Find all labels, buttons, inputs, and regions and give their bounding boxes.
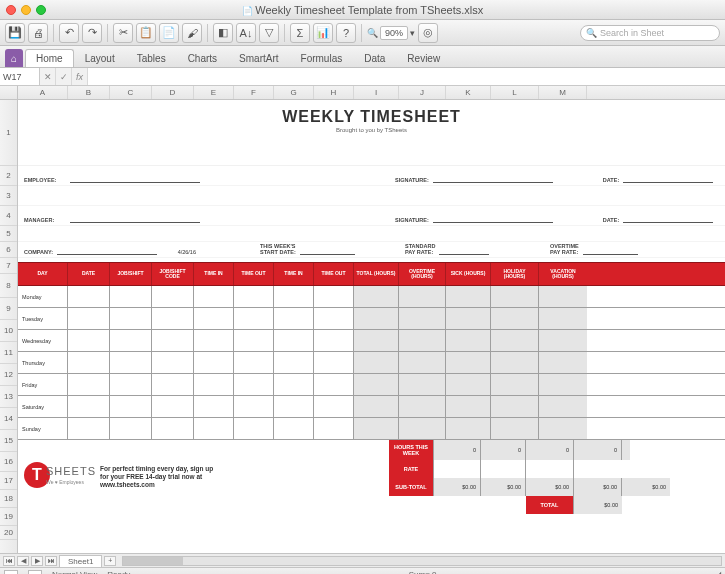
row-3[interactable]: 3: [0, 186, 17, 206]
cell[interactable]: [152, 352, 194, 373]
cell[interactable]: [194, 352, 234, 373]
cell[interactable]: [354, 330, 399, 351]
row-16[interactable]: 16: [0, 452, 17, 472]
col-G[interactable]: G: [274, 86, 314, 99]
cell[interactable]: [446, 330, 491, 351]
rate-sick[interactable]: [481, 460, 526, 478]
tab-tables[interactable]: Tables: [126, 49, 177, 67]
resize-grip-icon[interactable]: ◢: [715, 570, 721, 574]
cell[interactable]: [539, 374, 587, 395]
cell[interactable]: [152, 396, 194, 417]
ribbon-home-icon[interactable]: ⌂: [5, 49, 23, 67]
field-date-2[interactable]: [623, 214, 713, 223]
field-date-1[interactable]: [623, 174, 713, 183]
cell[interactable]: [234, 352, 274, 373]
field-ot-rate[interactable]: [583, 246, 638, 255]
cell[interactable]: [399, 396, 446, 417]
tab-data[interactable]: Data: [353, 49, 396, 67]
cell[interactable]: [234, 286, 274, 307]
cell[interactable]: [194, 396, 234, 417]
cell[interactable]: [314, 352, 354, 373]
cell[interactable]: [110, 352, 152, 373]
cell[interactable]: [194, 308, 234, 329]
cell[interactable]: [446, 352, 491, 373]
autosum-button[interactable]: Σ: [290, 23, 310, 43]
cell[interactable]: [446, 308, 491, 329]
row-14[interactable]: 14: [0, 408, 17, 430]
cell[interactable]: [491, 330, 539, 351]
col-D[interactable]: D: [152, 86, 194, 99]
col-I[interactable]: I: [354, 86, 399, 99]
row-2[interactable]: 2: [0, 166, 17, 186]
select-all-corner[interactable]: [0, 86, 18, 99]
formula-input[interactable]: [88, 68, 725, 85]
last-sheet-button[interactable]: ⏭: [45, 556, 57, 566]
accept-formula-button[interactable]: ✓: [56, 68, 72, 85]
cell[interactable]: [274, 396, 314, 417]
cell[interactable]: [354, 418, 399, 439]
cell[interactable]: [152, 330, 194, 351]
col-A[interactable]: A: [18, 86, 68, 99]
row-5[interactable]: 5: [0, 226, 17, 242]
cell[interactable]: [399, 286, 446, 307]
field-employee[interactable]: [70, 174, 200, 183]
row-4[interactable]: 4: [0, 206, 17, 226]
cell[interactable]: [446, 418, 491, 439]
row-9[interactable]: 9: [0, 298, 17, 320]
cancel-formula-button[interactable]: ✕: [40, 68, 56, 85]
cell[interactable]: [234, 374, 274, 395]
col-B[interactable]: B: [68, 86, 110, 99]
cell[interactable]: [274, 308, 314, 329]
page-layout-button[interactable]: [28, 570, 42, 575]
cell[interactable]: [491, 308, 539, 329]
tab-layout[interactable]: Layout: [74, 49, 126, 67]
name-box[interactable]: W17: [0, 68, 40, 85]
cell[interactable]: [68, 286, 110, 307]
cell[interactable]: [274, 330, 314, 351]
cell[interactable]: [274, 374, 314, 395]
cell[interactable]: [539, 418, 587, 439]
cell[interactable]: [491, 286, 539, 307]
row-6[interactable]: 6: [0, 242, 17, 258]
undo-button[interactable]: ↶: [59, 23, 79, 43]
tab-formulas[interactable]: Formulas: [290, 49, 354, 67]
col-H[interactable]: H: [314, 86, 354, 99]
cell[interactable]: [152, 286, 194, 307]
cell[interactable]: [68, 330, 110, 351]
zoom-control[interactable]: 🔍90%▾: [367, 26, 415, 40]
print-button[interactable]: 🖨: [28, 23, 48, 43]
redo-button[interactable]: ↷: [82, 23, 102, 43]
prev-sheet-button[interactable]: ◀: [17, 556, 29, 566]
cell[interactable]: [194, 418, 234, 439]
cell[interactable]: [152, 418, 194, 439]
cell[interactable]: [314, 308, 354, 329]
clear-button[interactable]: ◧: [213, 23, 233, 43]
cell[interactable]: [491, 418, 539, 439]
cell[interactable]: [354, 308, 399, 329]
cell[interactable]: [399, 374, 446, 395]
cell[interactable]: [194, 286, 234, 307]
fx-button[interactable]: fx: [72, 68, 88, 85]
cell[interactable]: [314, 396, 354, 417]
field-start-date[interactable]: [300, 246, 355, 255]
field-manager[interactable]: [70, 214, 200, 223]
cell[interactable]: [539, 352, 587, 373]
format-painter-button[interactable]: 🖌: [182, 23, 202, 43]
cell[interactable]: [274, 286, 314, 307]
cell[interactable]: [539, 308, 587, 329]
field-signature-1[interactable]: [433, 174, 553, 183]
cut-button[interactable]: ✂: [113, 23, 133, 43]
tab-charts[interactable]: Charts: [177, 49, 228, 67]
cell[interactable]: [399, 418, 446, 439]
row-17[interactable]: 17: [0, 472, 17, 490]
filter-button[interactable]: ▽: [259, 23, 279, 43]
cell[interactable]: [110, 286, 152, 307]
cell[interactable]: [110, 396, 152, 417]
row-20[interactable]: 20: [0, 526, 17, 540]
cell[interactable]: [539, 286, 587, 307]
row-1[interactable]: 1: [0, 100, 17, 166]
cell[interactable]: [314, 418, 354, 439]
col-J[interactable]: J: [399, 86, 446, 99]
tab-home[interactable]: Home: [25, 49, 74, 67]
paste-button[interactable]: 📄: [159, 23, 179, 43]
